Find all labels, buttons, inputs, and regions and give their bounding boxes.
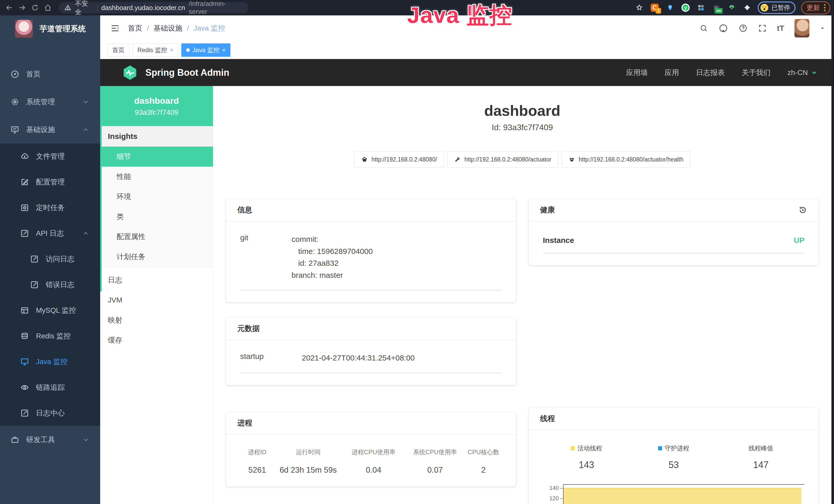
table-row[interactable]: Instance UP xyxy=(543,236,805,253)
fullscreen-icon[interactable] xyxy=(758,24,767,32)
sidebar-item-config-manage[interactable]: 配置管理 xyxy=(0,169,100,195)
sba-nav-journal[interactable]: 日志报表 xyxy=(696,68,725,77)
forward-icon[interactable] xyxy=(17,2,28,13)
history-icon[interactable] xyxy=(798,205,807,215)
sidebar-item-job[interactable]: 定时任务 xyxy=(0,195,100,221)
health-url-button[interactable]: http://192.168.0.2:48080/actuator/health xyxy=(562,151,690,168)
breadcrumb-item[interactable]: 首页 xyxy=(128,23,142,33)
sba-nav-wallboard[interactable]: 应用墙 xyxy=(626,68,648,77)
sba-item-caches[interactable]: 缓存 xyxy=(100,330,213,350)
table-row: git commit: time: 1596289704000 id: 27aa… xyxy=(240,233,502,290)
extension-icon[interactable] xyxy=(696,3,706,13)
sba-item-mappings[interactable]: 映射 xyxy=(100,310,213,330)
menu-toggle-icon[interactable] xyxy=(110,23,120,33)
sidebar-item-api-log[interactable]: API 日志 xyxy=(0,221,100,246)
close-icon[interactable]: × xyxy=(170,46,173,54)
chevron-down-icon xyxy=(82,436,89,443)
health-card: 健康 Instance UP xyxy=(529,199,819,265)
process-id: 5261 xyxy=(240,465,274,475)
sidebar-item-label: 首页 xyxy=(26,69,41,79)
sidebar-item-mysql-monitor[interactable]: MySQL 监控 xyxy=(0,298,100,323)
sidebar-item-label: 链路追踪 xyxy=(36,383,65,392)
user-avatar[interactable] xyxy=(794,19,809,38)
browser-profile-chip[interactable]: 已暂停 xyxy=(758,2,795,14)
card-title: 元数据 xyxy=(226,318,516,340)
sidebar-item-home[interactable]: 首页 xyxy=(0,60,100,88)
back-icon[interactable] xyxy=(4,2,15,13)
address-bar[interactable]: 不安全 dashboard.yudao.iocoder.cn/infra/adm… xyxy=(59,2,249,13)
sidebar-item-error-log[interactable]: 错误日志 xyxy=(0,272,100,298)
extensions-puzzle-icon[interactable] xyxy=(742,3,752,13)
extension-icon[interactable]: on xyxy=(711,3,721,13)
browser-chrome: 不安全 dashboard.yudao.iocoder.cn/infra/adm… xyxy=(0,0,834,16)
browser-menu-icon[interactable] xyxy=(823,4,827,12)
extension-icon[interactable]: C 1 xyxy=(650,3,660,13)
chevron-down-icon xyxy=(811,69,817,76)
actuator-url-button[interactable]: http://192.168.0.2:48080/actuator xyxy=(447,151,558,168)
instance-header[interactable]: dashboard 93a3fc7f7409 xyxy=(100,86,213,126)
app-logo[interactable]: 芋道管理系统 xyxy=(0,16,100,42)
log-icon xyxy=(20,229,29,238)
sba-item-details[interactable]: 细节 xyxy=(100,146,213,167)
stat-value: 147 xyxy=(717,460,805,471)
github-icon[interactable] xyxy=(719,23,728,33)
bookmark-star-icon[interactable] xyxy=(634,3,644,13)
sba-item-scheduled[interactable]: 计划任务 xyxy=(100,247,213,267)
font-size-icon[interactable]: tT xyxy=(777,24,784,32)
tab-redis-monitor[interactable]: Redis 监控 × xyxy=(133,43,178,57)
sidebar-item-java-monitor[interactable]: Java 监控 xyxy=(0,349,100,374)
breadcrumb-separator: / xyxy=(147,24,149,32)
live-threads-area xyxy=(564,488,802,504)
tab-java-monitor[interactable]: Java 监控 × xyxy=(181,43,231,57)
sba-item-classes[interactable]: 类 xyxy=(100,207,213,227)
tab-home[interactable]: 首页 xyxy=(107,43,129,57)
sidebar-item-file-manage[interactable]: 文件管理 xyxy=(0,143,100,169)
sidebar-item-label: 定时任务 xyxy=(36,203,65,212)
sidebar-item-label: 访问日志 xyxy=(46,254,74,264)
sba-nav-applications[interactable]: 应用 xyxy=(665,68,679,77)
column-header: CPU核心数 xyxy=(465,448,502,456)
sidebar-item-log-center[interactable]: 日志中心 xyxy=(0,400,100,426)
sba-item-configprops[interactable]: 配置属性 xyxy=(100,227,213,247)
sba-item-metrics[interactable]: 性能 xyxy=(100,167,213,187)
reload-icon[interactable] xyxy=(29,2,41,13)
plot-area xyxy=(563,484,805,504)
update-button[interactable]: 更新 xyxy=(801,1,830,15)
close-icon[interactable]: × xyxy=(222,46,225,54)
service-url-button[interactable]: http://192.168.0.2:48080/ xyxy=(354,151,444,168)
breadcrumb-item[interactable]: 基础设施 xyxy=(154,23,182,33)
redis-layers-icon xyxy=(20,331,29,341)
stat-daemon-threads: 守护进程 53 xyxy=(630,444,717,471)
stat-label: 线程峰值 xyxy=(748,444,773,452)
sba-nav-about[interactable]: 关于我们 xyxy=(742,68,771,77)
search-icon[interactable] xyxy=(699,24,708,32)
sidebar-item-access-log[interactable]: 访问日志 xyxy=(0,246,100,272)
extension-icon[interactable] xyxy=(665,3,675,13)
extension-icon[interactable]: y xyxy=(681,3,690,13)
help-icon[interactable] xyxy=(739,24,748,33)
language-selector[interactable]: zh-CN xyxy=(788,69,817,77)
sidebar-item-trace[interactable]: 链路追踪 xyxy=(0,374,100,400)
sba-item-env[interactable]: 环境 xyxy=(100,187,213,207)
sba-main: dashboard Id: 93a3fc7f7409 http://192.16… xyxy=(213,86,831,504)
sba-brand[interactable]: Spring Boot Admin xyxy=(146,67,229,78)
y-tick: 120 xyxy=(549,495,563,504)
sidebar-item-system[interactable]: 系统管理 xyxy=(0,88,100,116)
card-title: 健康 xyxy=(540,205,555,215)
sidebar-item-redis-monitor[interactable]: Redis 监控 xyxy=(0,323,100,349)
system-cpu: 0.07 xyxy=(405,465,465,475)
home-icon[interactable] xyxy=(42,2,53,13)
sba-item-logs[interactable]: 日志 xyxy=(100,270,213,290)
cards-area: 信息 git commit: time: 1596289704000 id: 2… xyxy=(226,199,818,504)
metadata-card: 元数据 startup 2021-04-27T00:44:31.254+08:0… xyxy=(226,318,516,385)
process-uptime: 6d 23h 15m 59s xyxy=(274,465,342,475)
chevron-down-icon[interactable] xyxy=(820,25,825,31)
extension-icon[interactable] xyxy=(727,3,737,13)
sba-item-jvm[interactable]: JVM xyxy=(100,290,213,310)
home-icon xyxy=(361,156,368,163)
browser-scrollbar[interactable] xyxy=(831,16,834,504)
sidebar-item-infra[interactable]: 基础设施 xyxy=(0,116,100,143)
language-label: zh-CN xyxy=(788,69,808,77)
metadata-value: 2021-04-27T00:44:31.254+08:00 xyxy=(302,352,415,364)
sidebar-item-dev-tools[interactable]: 研发工具 xyxy=(0,426,100,454)
